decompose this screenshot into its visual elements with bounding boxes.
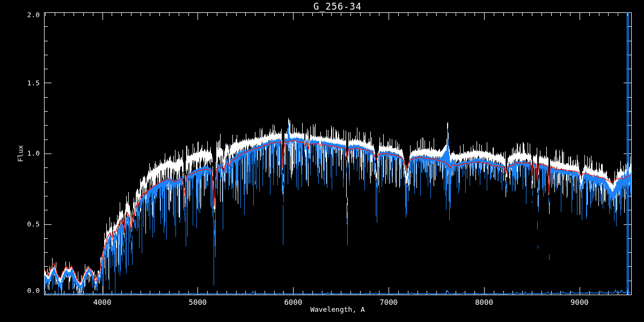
x-axis-label: Wavelength, A — [44, 305, 631, 313]
spectrum-plot-canvas — [0, 0, 644, 322]
y-axis-label: Flux — [17, 145, 25, 162]
chart-title: G_256-34 — [44, 1, 631, 12]
spectrum-chart-window: G_256-34 Flux Wavelength, A 400050006000… — [0, 0, 644, 322]
